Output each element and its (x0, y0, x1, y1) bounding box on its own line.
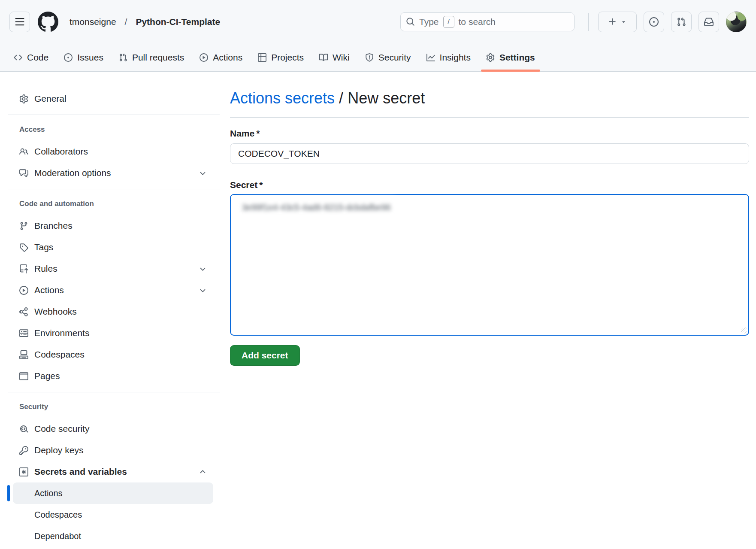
add-secret-button[interactable]: Add secret (230, 345, 300, 366)
slash-key-hint: / (443, 16, 454, 28)
shield-icon (365, 53, 374, 62)
sidebar-item-actions[interactable]: Actions (13, 279, 213, 301)
sidebar-subitem-dependabot[interactable]: Dependabot (13, 525, 213, 547)
new-secret-title: New secret (348, 89, 425, 107)
notifications-inbox-button[interactable] (699, 12, 719, 32)
required-asterisk: * (259, 180, 263, 190)
create-new-button[interactable] (598, 12, 637, 32)
key-asterisk-icon (19, 467, 28, 476)
sidebar-item-label: Pages (34, 371, 60, 381)
title-separator: / (339, 89, 343, 107)
tab-code[interactable]: Code (6, 43, 56, 71)
sidebar-section-title-access: Access (8, 125, 220, 134)
sidebar-divider (8, 115, 220, 115)
issues-dashboard-button[interactable] (644, 12, 664, 32)
sidebar-item-tags[interactable]: Tags (13, 237, 213, 258)
table-icon (258, 53, 266, 62)
tab-label: Security (378, 52, 411, 63)
sidebar-subitem-label: Actions (34, 488, 63, 498)
sidebar-subitem-codespaces[interactable]: Codespaces (13, 504, 213, 525)
sidebar-subitem-label: Dependabot (34, 531, 81, 541)
graph-icon (426, 53, 435, 62)
sidebar-item-label: Webhooks (34, 306, 77, 317)
sidebar-item-general[interactable]: General (13, 88, 213, 109)
codescan-icon (19, 425, 28, 434)
comment-discussion-icon (19, 169, 28, 178)
textarea-resize-grip[interactable] (741, 328, 747, 334)
sidebar-item-webhooks[interactable]: Webhooks (13, 301, 213, 322)
chevron-down-icon (199, 265, 207, 273)
search-placeholder-suffix: to search (459, 17, 496, 27)
tab-settings[interactable]: Settings (478, 43, 543, 71)
breadcrumb-repo-link[interactable]: Python-CI-Template (132, 14, 224, 30)
sidebar-item-code-security[interactable]: Code security (13, 418, 213, 440)
sidebar-item-label: Codespaces (34, 349, 85, 360)
sidebar-item-label: Moderation options (34, 168, 111, 178)
issue-opened-icon (64, 53, 73, 62)
issue-opened-icon (649, 17, 659, 27)
sidebar-item-collaborators[interactable]: Collaborators (13, 141, 213, 162)
tab-wiki[interactable]: Wiki (311, 43, 357, 71)
play-icon (200, 53, 208, 62)
sidebar-item-label: Branches (34, 221, 73, 231)
tab-label: Issues (77, 52, 103, 63)
chevron-down-icon (199, 169, 207, 177)
github-settings-page: tmonseigne / Python-CI-Template Type / t… (0, 0, 756, 549)
main-content: Actions secrets / New secret Name* Secre… (230, 88, 749, 366)
search-placeholder-prefix: Type (419, 17, 439, 27)
git-pull-request-icon (677, 17, 686, 27)
search-input[interactable]: Type / to search (400, 12, 575, 31)
triangle-down-icon (620, 18, 627, 25)
user-avatar[interactable] (726, 12, 747, 32)
github-logo-icon[interactable] (38, 12, 58, 32)
tab-projects[interactable]: Projects (250, 43, 311, 71)
tab-label: Actions (213, 52, 242, 63)
sidebar-item-label: Actions (34, 285, 64, 295)
secret-name-input[interactable] (230, 143, 749, 164)
sidebar-item-pages[interactable]: Pages (13, 365, 213, 387)
people-icon (19, 147, 28, 156)
tab-actions[interactable]: Actions (192, 43, 250, 71)
tab-issues[interactable]: Issues (56, 43, 111, 71)
actions-secrets-link[interactable]: Actions secrets (230, 89, 335, 107)
tag-icon (19, 243, 28, 252)
sidebar-item-deploy-keys[interactable]: Deploy keys (13, 440, 213, 461)
secret-value-textarea[interactable]: 3e99f1e4-43c5-4ad6-8215-dcbdafbe96 (230, 194, 749, 336)
three-bars-icon (15, 17, 25, 27)
sidebar-item-secrets-and-variables[interactable]: Secrets and variables (13, 461, 213, 482)
hamburger-menu-button[interactable] (9, 12, 30, 32)
sidebar-item-codespaces[interactable]: Codespaces (13, 344, 213, 365)
plus-icon (608, 17, 617, 26)
git-pull-request-icon (119, 53, 127, 62)
tab-label: Wiki (333, 52, 350, 63)
tab-label: Pull requests (132, 52, 184, 63)
secret-field-label: Secret* (230, 179, 749, 191)
tab-label: Insights (440, 52, 471, 63)
breadcrumb: tmonseigne / Python-CI-Template (66, 14, 224, 30)
page-title: Actions secrets / New secret (230, 88, 749, 109)
sidebar-item-label: General (34, 94, 67, 104)
tab-insights[interactable]: Insights (419, 43, 478, 71)
tab-pull-requests[interactable]: Pull requests (111, 43, 192, 71)
name-field-label: Name* (230, 128, 749, 139)
sidebar-item-environments[interactable]: Environments (13, 322, 213, 344)
title-divider (230, 117, 749, 118)
pull-requests-dashboard-button[interactable] (671, 12, 692, 32)
sidebar-item-rules[interactable]: Rules (13, 258, 213, 279)
codespaces-icon (19, 350, 28, 359)
sidebar-item-label: Collaborators (34, 146, 88, 157)
sidebar-subitem-actions[interactable]: Actions (13, 482, 213, 504)
breadcrumb-owner-link[interactable]: tmonseigne (66, 14, 120, 30)
tab-label: Settings (499, 52, 535, 63)
key-icon (19, 446, 28, 455)
gear-icon (19, 94, 28, 103)
code-icon (14, 53, 22, 62)
inbox-icon (704, 17, 714, 27)
sidebar-item-moderation-options[interactable]: Moderation options (13, 162, 213, 184)
play-icon (19, 286, 28, 295)
sidebar-item-label: Deploy keys (34, 445, 83, 455)
book-icon (319, 53, 328, 62)
tab-security[interactable]: Security (357, 43, 419, 71)
secret-value-blurred: 3e99f1e4-43c5-4ad6-8215-dcbdafbe96 (238, 201, 395, 214)
sidebar-item-branches[interactable]: Branches (13, 215, 213, 237)
